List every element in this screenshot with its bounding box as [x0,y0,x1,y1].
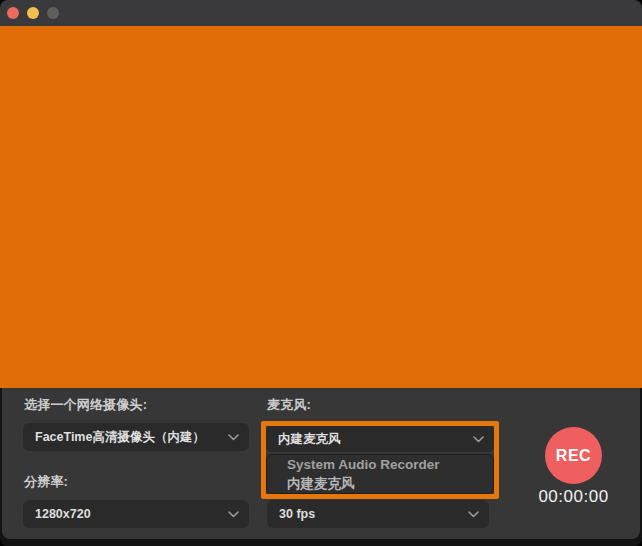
control-panel: 选择一个网络摄像头: FaceTime高清摄像头（内建） 分辨率: 1280x7… [2,388,640,539]
microphone-select[interactable]: 内建麦克风 [266,426,494,452]
traffic-lights [7,7,59,19]
webcam-select[interactable]: FaceTime高清摄像头（内建） [23,423,249,451]
fps-select[interactable]: 30 fps [267,500,489,528]
menu-item-built-in-microphone[interactable]: 内建麦克风 [287,475,493,493]
resolution-select[interactable]: 1280x720 [23,500,249,528]
webcam-label: 选择一个网络摄像头: [24,396,147,414]
microphone-label: 麦克风: [267,396,311,414]
zoom-button [47,7,59,19]
chevron-down-icon [468,511,479,518]
menu-item-system-audio-recorder[interactable]: System Audio Recorder [287,456,493,474]
control-bar: 选择一个网络摄像头: FaceTime高清摄像头（内建） 分辨率: 1280x7… [0,388,642,546]
close-button[interactable] [7,7,19,19]
record-button[interactable]: REC [545,427,602,484]
microphone-dropdown-menu: System Audio Recorder 内建麦克风 [266,454,494,494]
microphone-select-value: 内建麦克风 [278,431,341,448]
microphone-highlight-box: 内建麦克风 System Audio Recorder 内建麦克风 [261,421,499,499]
record-button-label: REC [556,447,591,465]
chevron-down-icon [228,434,239,441]
title-bar [0,0,642,26]
app-window: 选择一个网络摄像头: FaceTime高清摄像头（内建） 分辨率: 1280x7… [0,0,642,546]
fps-select-value: 30 fps [279,507,315,521]
record-timer: 00:00:00 [513,487,634,507]
chevron-down-icon [228,511,239,518]
resolution-select-value: 1280x720 [35,507,91,521]
minimize-button[interactable] [27,7,39,19]
chevron-down-icon [473,436,484,443]
webcam-preview [0,26,642,388]
webcam-select-value: FaceTime高清摄像头（内建） [35,429,205,446]
resolution-label: 分辨率: [24,473,68,491]
